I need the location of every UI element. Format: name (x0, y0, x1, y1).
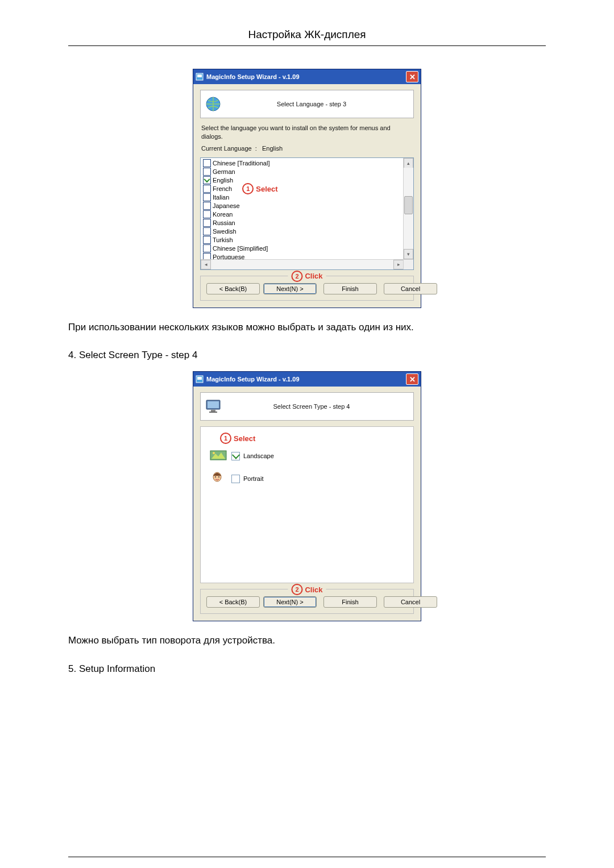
callout-number-1-icon: 1 (220, 433, 231, 444)
cancel-button[interactable]: Cancel (384, 283, 437, 294)
language-checkbox[interactable] (203, 185, 211, 193)
svg-rect-7 (211, 410, 215, 412)
language-item[interactable]: Portuguese (202, 253, 402, 259)
callout-number-2-icon: 2 (291, 584, 302, 595)
titlebar: MagicInfo Setup Wizard - v.1.09 ✕ (193, 372, 421, 387)
step-title-row: Select Screen Type - step 4 (200, 392, 414, 421)
language-item[interactable]: Japanese (202, 202, 402, 210)
scroll-corner (403, 259, 413, 269)
app-icon (196, 73, 204, 81)
language-label: Korean (213, 211, 233, 218)
next-button[interactable]: Next(N) > (263, 596, 317, 608)
close-icon[interactable]: ✕ (406, 71, 418, 82)
select-callout-label: Select (256, 185, 277, 193)
language-checkbox[interactable] (203, 193, 211, 201)
click-callout: 2 Click (288, 271, 326, 282)
language-checkbox[interactable] (203, 219, 211, 227)
language-checkbox[interactable] (203, 253, 211, 259)
language-checkbox[interactable] (203, 202, 211, 210)
footer-rule (68, 857, 546, 857)
language-label: English (213, 177, 233, 184)
scroll-left-icon[interactable]: ◂ (201, 260, 211, 269)
select-callout: 1 Select (220, 433, 255, 444)
close-icon[interactable]: ✕ (406, 373, 418, 385)
next-button[interactable]: Next(N) > (263, 283, 317, 294)
landscape-label: Landscape (243, 452, 274, 459)
button-group: 2 Click < Back(B) Next(N) > Finish Cance… (200, 589, 414, 614)
language-label: Chinese [Traditional] (213, 160, 269, 167)
language-item[interactable]: Korean (202, 210, 402, 219)
cancel-button[interactable]: Cancel (384, 596, 437, 608)
finish-button[interactable]: Finish (323, 283, 377, 294)
language-checkbox[interactable] (203, 236, 211, 244)
language-label: Portuguese (213, 254, 244, 259)
horizontal-scrollbar[interactable]: ◂ ▸ (201, 259, 404, 269)
language-label: Japanese (213, 202, 240, 209)
language-item[interactable]: Russian (202, 219, 402, 227)
vertical-scrollbar[interactable]: ▴ ▾ (403, 158, 413, 259)
language-label: Russian (213, 219, 235, 226)
language-label: Chinese [Simplified] (213, 245, 268, 252)
language-item[interactable]: German (202, 168, 402, 176)
current-language-row: Current Language : English (201, 144, 413, 153)
language-item[interactable]: Turkish (202, 236, 402, 244)
portrait-option[interactable]: Portrait (210, 471, 408, 486)
current-language-label: Current Language (201, 145, 252, 152)
language-item[interactable]: Chinese [Traditional] (202, 159, 402, 168)
svg-point-14 (218, 476, 219, 477)
language-label: Turkish (213, 236, 233, 243)
body-text-after-step3: При использовании нескольких языков можн… (68, 321, 546, 334)
language-checkbox[interactable] (203, 210, 211, 218)
portrait-checkbox[interactable] (231, 475, 240, 483)
step-title-row: Select Language - step 3 (200, 90, 414, 118)
back-button[interactable]: < Back(B) (206, 596, 260, 608)
landscape-icon (210, 448, 227, 463)
wizard-title: MagicInfo Setup Wizard - v.1.09 (206, 73, 300, 80)
scroll-up-icon[interactable]: ▴ (404, 158, 413, 168)
language-item[interactable]: Chinese [Simplified] (202, 244, 402, 253)
language-checkbox[interactable] (203, 176, 211, 184)
wizard-title: MagicInfo Setup Wizard - v.1.09 (206, 376, 300, 383)
current-language-value: English (262, 145, 283, 152)
step3-instruction: Select the language you want to install … (201, 124, 413, 141)
language-label: German (213, 168, 235, 175)
language-item[interactable]: Italian (202, 193, 402, 202)
callout-number-1-icon: 1 (242, 183, 254, 194)
svg-rect-1 (197, 74, 202, 77)
heading-step4: 4. Select Screen Type - step 4 (68, 350, 546, 361)
language-item[interactable]: Swedish (202, 227, 402, 236)
select-callout-label: Select (234, 434, 255, 443)
heading-step5: 5. Setup Information (68, 663, 546, 675)
svg-point-11 (213, 452, 215, 454)
screen-type-panel: 1 Select Landscape (200, 426, 414, 583)
language-item[interactable]: English (202, 176, 402, 185)
click-callout-label: Click (305, 585, 322, 594)
language-label: French (213, 185, 232, 192)
svg-rect-6 (208, 401, 219, 408)
scroll-right-icon[interactable]: ▸ (393, 260, 404, 269)
body-text-after-step4: Можно выбрать тип поворота для устройств… (68, 634, 546, 647)
back-button[interactable]: < Back(B) (206, 283, 260, 294)
button-group: 2 Click < Back(B) Next(N) > Finish Cance… (200, 276, 414, 301)
landscape-option[interactable]: Landscape (210, 448, 408, 463)
landscape-checkbox[interactable] (231, 452, 240, 460)
language-listbox[interactable]: Chinese [Traditional]GermanEnglishFrench… (200, 157, 414, 270)
click-callout: 2 Click (288, 584, 326, 595)
click-callout-label: Click (305, 272, 322, 280)
select-callout: 1Select (242, 183, 277, 194)
language-label: Swedish (213, 228, 237, 235)
language-checkbox[interactable] (203, 227, 211, 235)
language-checkbox[interactable] (203, 159, 211, 167)
language-item[interactable]: French1Select (202, 185, 402, 193)
language-label: Italian (213, 194, 229, 201)
finish-button[interactable]: Finish (323, 596, 377, 608)
scroll-thumb[interactable] (404, 196, 413, 214)
step4-title: Select Screen Type - step 4 (231, 403, 409, 410)
scroll-down-icon[interactable]: ▾ (404, 249, 413, 259)
language-checkbox[interactable] (203, 168, 211, 176)
wizard-step3: MagicInfo Setup Wizard - v.1.09 ✕ Select… (193, 69, 421, 308)
language-checkbox[interactable] (203, 244, 211, 252)
svg-point-13 (215, 476, 216, 477)
globe-icon (205, 96, 221, 112)
portrait-icon (210, 471, 227, 486)
